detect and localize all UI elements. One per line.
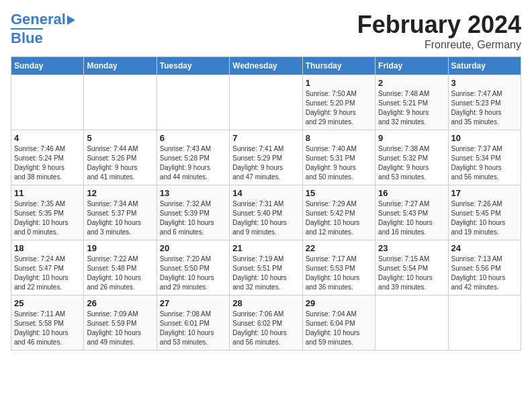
calendar-cell: 4Sunrise: 7:46 AMSunset: 5:24 PMDaylight…: [11, 130, 84, 185]
calendar-cell: 11Sunrise: 7:35 AMSunset: 5:35 PMDayligh…: [11, 185, 84, 240]
calendar-cell: 2Sunrise: 7:48 AMSunset: 5:21 PMDaylight…: [375, 75, 448, 130]
day-info: Sunrise: 7:48 AMSunset: 5:21 PMDaylight:…: [378, 89, 445, 127]
day-number: 8: [306, 133, 372, 143]
calendar-cell: [11, 75, 84, 130]
day-info: Sunrise: 7:29 AMSunset: 5:42 PMDaylight:…: [306, 199, 372, 237]
day-info: Sunrise: 7:11 AMSunset: 5:58 PMDaylight:…: [14, 310, 81, 347]
calendar-week-row: 4Sunrise: 7:46 AMSunset: 5:24 PMDaylight…: [11, 130, 521, 185]
day-number: 2: [378, 78, 445, 88]
calendar-cell: 7Sunrise: 7:41 AMSunset: 5:29 PMDaylight…: [230, 130, 302, 185]
day-number: 29: [306, 298, 372, 308]
day-number: 24: [451, 243, 518, 253]
day-number: 9: [378, 133, 445, 143]
day-info: Sunrise: 7:37 AMSunset: 5:34 PMDaylight:…: [451, 144, 518, 182]
day-info: Sunrise: 7:17 AMSunset: 5:53 PMDaylight:…: [306, 255, 372, 292]
calendar-cell: 3Sunrise: 7:47 AMSunset: 5:23 PMDaylight…: [448, 75, 521, 130]
day-number: 15: [306, 188, 372, 198]
calendar-cell: 10Sunrise: 7:37 AMSunset: 5:34 PMDayligh…: [448, 130, 521, 185]
calendar-cell: 28Sunrise: 7:06 AMSunset: 6:02 PMDayligh…: [230, 295, 302, 351]
day-header-wednesday: Wednesday: [230, 57, 302, 75]
day-info: Sunrise: 7:43 AMSunset: 5:28 PMDaylight:…: [160, 144, 226, 182]
calendar-cell: 12Sunrise: 7:34 AMSunset: 5:37 PMDayligh…: [84, 185, 157, 240]
calendar-cell: 20Sunrise: 7:20 AMSunset: 5:50 PMDayligh…: [157, 240, 229, 295]
day-number: 26: [87, 298, 153, 308]
day-info: Sunrise: 7:46 AMSunset: 5:24 PMDaylight:…: [14, 144, 81, 182]
day-info: Sunrise: 7:22 AMSunset: 5:48 PMDaylight:…: [87, 255, 153, 292]
day-number: 14: [232, 188, 299, 198]
day-number: 21: [232, 243, 299, 253]
day-info: Sunrise: 7:44 AMSunset: 5:26 PMDaylight:…: [87, 144, 153, 182]
logo: General Blue: [11, 11, 75, 47]
day-number: 10: [451, 133, 518, 143]
day-info: Sunrise: 7:34 AMSunset: 5:37 PMDaylight:…: [87, 199, 153, 237]
page-title: February 2024: [357, 11, 521, 39]
day-info: Sunrise: 7:27 AMSunset: 5:43 PMDaylight:…: [378, 199, 445, 237]
calendar-cell: 27Sunrise: 7:08 AMSunset: 6:01 PMDayligh…: [157, 295, 229, 351]
day-header-sunday: Sunday: [11, 57, 84, 75]
day-number: 6: [160, 133, 226, 143]
calendar-cell: 14Sunrise: 7:31 AMSunset: 5:40 PMDayligh…: [230, 185, 302, 240]
calendar-cell: [375, 295, 448, 351]
day-info: Sunrise: 7:24 AMSunset: 5:47 PMDaylight:…: [14, 255, 81, 292]
calendar-week-row: 11Sunrise: 7:35 AMSunset: 5:35 PMDayligh…: [11, 185, 521, 240]
day-number: 18: [14, 243, 81, 253]
calendar-header-row: SundayMondayTuesdayWednesdayThursdayFrid…: [11, 57, 521, 75]
day-info: Sunrise: 7:13 AMSunset: 5:56 PMDaylight:…: [451, 255, 518, 292]
day-number: 3: [451, 78, 518, 88]
day-number: 12: [87, 188, 153, 198]
day-number: 11: [14, 188, 81, 198]
day-number: 13: [160, 188, 226, 198]
calendar-cell: 5Sunrise: 7:44 AMSunset: 5:26 PMDaylight…: [84, 130, 157, 185]
calendar-cell: 21Sunrise: 7:19 AMSunset: 5:51 PMDayligh…: [230, 240, 302, 295]
day-number: 22: [306, 243, 372, 253]
calendar-cell: 26Sunrise: 7:09 AMSunset: 5:59 PMDayligh…: [84, 295, 157, 351]
logo-arrow-icon: [67, 15, 75, 25]
day-number: 16: [378, 188, 445, 198]
logo-general: General: [11, 11, 66, 28]
calendar-cell: 23Sunrise: 7:15 AMSunset: 5:54 PMDayligh…: [375, 240, 448, 295]
calendar-week-row: 1Sunrise: 7:50 AMSunset: 5:20 PMDaylight…: [11, 75, 521, 130]
calendar-cell: 17Sunrise: 7:26 AMSunset: 5:45 PMDayligh…: [448, 185, 521, 240]
day-info: Sunrise: 7:31 AMSunset: 5:40 PMDaylight:…: [232, 199, 299, 237]
day-info: Sunrise: 7:09 AMSunset: 5:59 PMDaylight:…: [87, 310, 153, 347]
calendar-table: SundayMondayTuesdayWednesdayThursdayFrid…: [11, 56, 521, 351]
day-info: Sunrise: 7:06 AMSunset: 6:02 PMDaylight:…: [232, 310, 299, 347]
day-info: Sunrise: 7:04 AMSunset: 6:04 PMDaylight:…: [306, 310, 372, 347]
day-info: Sunrise: 7:15 AMSunset: 5:54 PMDaylight:…: [378, 255, 445, 292]
page-header: General Blue February 2024 Fronreute, Ge…: [11, 11, 521, 51]
calendar-cell: [84, 75, 157, 130]
day-header-friday: Friday: [375, 57, 448, 75]
calendar-cell: 8Sunrise: 7:40 AMSunset: 5:31 PMDaylight…: [302, 130, 375, 185]
day-number: 19: [87, 243, 153, 253]
calendar-cell: 18Sunrise: 7:24 AMSunset: 5:47 PMDayligh…: [11, 240, 84, 295]
day-number: 17: [451, 188, 518, 198]
day-info: Sunrise: 7:50 AMSunset: 5:20 PMDaylight:…: [306, 89, 372, 127]
day-number: 7: [232, 133, 299, 143]
day-header-monday: Monday: [84, 57, 157, 75]
day-info: Sunrise: 7:47 AMSunset: 5:23 PMDaylight:…: [451, 89, 518, 127]
day-info: Sunrise: 7:32 AMSunset: 5:39 PMDaylight:…: [160, 199, 226, 237]
calendar-week-row: 18Sunrise: 7:24 AMSunset: 5:47 PMDayligh…: [11, 240, 521, 295]
day-number: 5: [87, 133, 153, 143]
day-number: 1: [306, 78, 372, 88]
day-header-thursday: Thursday: [302, 57, 375, 75]
day-info: Sunrise: 7:08 AMSunset: 6:01 PMDaylight:…: [160, 310, 226, 347]
title-block: February 2024 Fronreute, Germany: [357, 11, 521, 51]
calendar-cell: 15Sunrise: 7:29 AMSunset: 5:42 PMDayligh…: [302, 185, 375, 240]
day-number: 28: [232, 298, 299, 308]
calendar-cell: 19Sunrise: 7:22 AMSunset: 5:48 PMDayligh…: [84, 240, 157, 295]
day-number: 4: [14, 133, 81, 143]
calendar-cell: 24Sunrise: 7:13 AMSunset: 5:56 PMDayligh…: [448, 240, 521, 295]
day-info: Sunrise: 7:19 AMSunset: 5:51 PMDaylight:…: [232, 255, 299, 292]
logo-blue: Blue: [11, 28, 43, 47]
day-info: Sunrise: 7:38 AMSunset: 5:32 PMDaylight:…: [378, 144, 445, 182]
calendar-week-row: 25Sunrise: 7:11 AMSunset: 5:58 PMDayligh…: [11, 295, 521, 351]
day-info: Sunrise: 7:20 AMSunset: 5:50 PMDaylight:…: [160, 255, 226, 292]
day-number: 27: [160, 298, 226, 308]
day-info: Sunrise: 7:40 AMSunset: 5:31 PMDaylight:…: [306, 144, 372, 182]
day-info: Sunrise: 7:26 AMSunset: 5:45 PMDaylight:…: [451, 199, 518, 237]
day-number: 20: [160, 243, 226, 253]
calendar-cell: [230, 75, 302, 130]
day-number: 25: [14, 298, 81, 308]
calendar-cell: [448, 295, 521, 351]
